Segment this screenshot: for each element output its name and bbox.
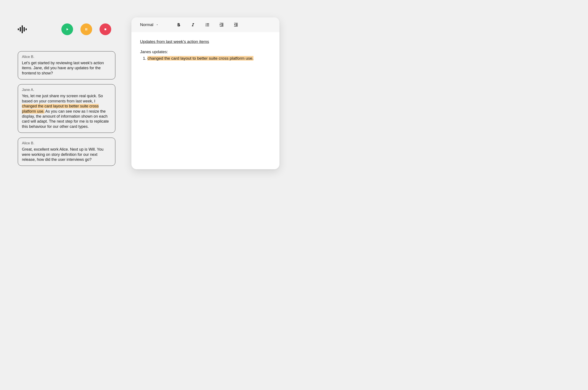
- italic-icon: [191, 23, 195, 27]
- notes-editor: Normal Updates from last week's action i…: [131, 17, 279, 169]
- numbered-list-icon: [205, 22, 210, 27]
- italic-button[interactable]: [190, 22, 196, 28]
- notes-section-label: Janes updates:: [140, 49, 271, 55]
- stop-icon: [104, 28, 107, 31]
- transcript-bubble: Jane A. Yes, let me just share my screen…: [18, 84, 115, 133]
- svg-rect-0: [105, 28, 106, 30]
- play-button[interactable]: [61, 23, 73, 35]
- transcript-bubble: Alice B. Great, excellent work Alice. Ne…: [18, 138, 115, 166]
- indent-icon: [219, 22, 224, 27]
- outdent-button[interactable]: [233, 22, 239, 28]
- transcript-text: Yes, let me just share my screen real qu…: [22, 94, 111, 129]
- play-icon: [65, 27, 69, 31]
- editor-toolbar: Normal: [131, 17, 279, 32]
- indent-button[interactable]: [219, 22, 224, 28]
- editor-content[interactable]: Updates from last week's action items Ja…: [131, 32, 279, 68]
- speaker-label: Jane A.: [22, 88, 111, 92]
- paragraph-style-select[interactable]: Normal: [140, 22, 158, 27]
- stop-button[interactable]: [100, 23, 111, 35]
- paragraph-style-label: Normal: [140, 22, 153, 27]
- transcript-bubble: Alice B. Let's get started by reviewing …: [18, 51, 115, 79]
- bold-button[interactable]: [176, 22, 182, 28]
- transcript-text: Let's get started by reviewing last week…: [22, 60, 111, 76]
- pause-button[interactable]: [80, 23, 92, 35]
- list-item: changed the card layout to better suite …: [147, 55, 271, 62]
- speaker-label: Alice B.: [22, 54, 111, 59]
- waveform-icon: [18, 25, 27, 34]
- chevron-down-icon: [156, 23, 158, 26]
- bold-icon: [176, 22, 181, 27]
- notes-list: changed the card layout to better suite …: [140, 55, 271, 62]
- pause-icon: [84, 28, 88, 31]
- notes-title: Updates from last week's action items: [140, 39, 271, 45]
- speaker-label: Alice B.: [22, 141, 111, 146]
- outdent-icon: [234, 22, 238, 27]
- transcript-text: Great, excellent work Alice. Next up is …: [22, 147, 111, 162]
- numbered-list-button[interactable]: [204, 22, 210, 28]
